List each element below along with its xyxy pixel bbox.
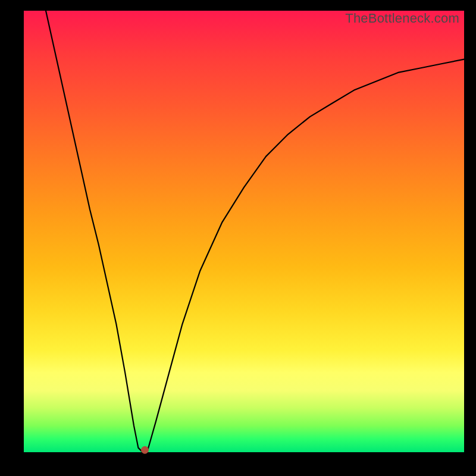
curve-path <box>46 11 464 452</box>
bottleneck-curve <box>24 11 464 452</box>
plot-area: TheBottleneck.com <box>24 11 464 452</box>
optimal-point-marker <box>142 446 149 453</box>
chart-frame: TheBottleneck.com <box>0 0 476 476</box>
